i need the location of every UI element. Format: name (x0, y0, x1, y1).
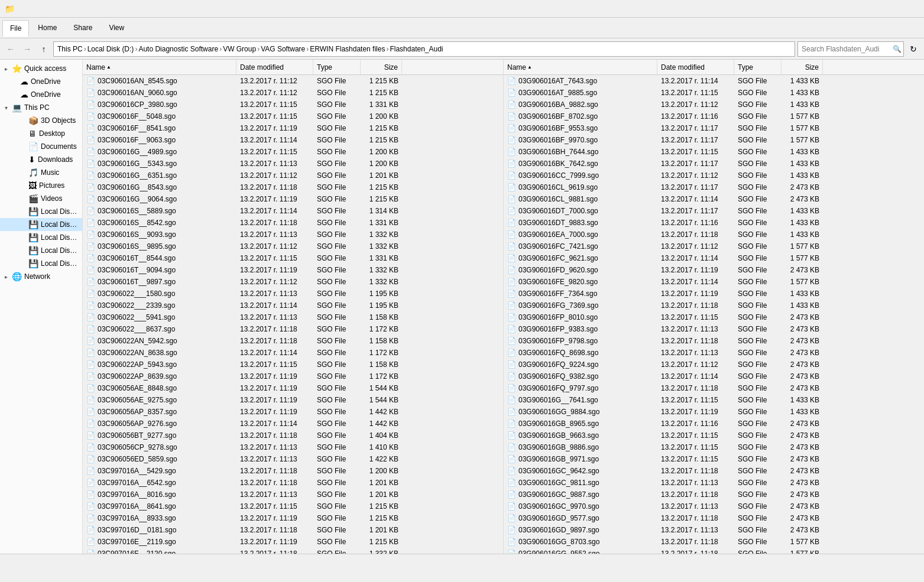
file-row[interactable]: 📄03G906016FQ_9382.sgo13.2.2017 r. 11:14S… (504, 370, 924, 382)
file-row[interactable]: 📄03G906016BH_7644.sgo13.2.2017 r. 11:15S… (504, 146, 924, 158)
file-row[interactable]: 📄03C906016G__9064.sgo13.2.2017 r. 11:19S… (83, 193, 503, 205)
file-row[interactable]: 📄03C997016F__2120.sgo13.2.2017 r. 11:18S… (83, 548, 503, 554)
search-input[interactable] (802, 45, 890, 53)
file-row[interactable]: 📄03G906016GC_9887.sgo13.2.2017 r. 11:18S… (504, 489, 924, 500)
file-row[interactable]: 📄03G906016GB_8965.sgo13.2.2017 r. 11:16S… (504, 418, 924, 430)
right-pane-col-type[interactable]: Type (734, 60, 782, 74)
file-row[interactable]: 📄03G906016DT_9883.sgo13.2.2017 r. 11:16S… (504, 217, 924, 229)
file-row[interactable]: 📄03G906016FG_7369.sgo13.2.2017 r. 11:18S… (504, 300, 924, 311)
file-row[interactable]: 📄03G906016GD_9897.sgo13.2.2017 r. 11:13S… (504, 524, 924, 536)
path-erwin[interactable]: ERWIN Flashdaten files (310, 45, 385, 53)
file-row[interactable]: 📄03G906016FP_9383.sgo13.2.2017 r. 11:13S… (504, 323, 924, 335)
right-pane-col-date-modified[interactable]: Date modified (657, 60, 734, 74)
file-row[interactable]: 📄03C906016G__8543.sgo13.2.2017 r. 11:18S… (83, 181, 503, 193)
file-row[interactable]: 📄03C906016AN_9060.sgo13.2.2017 r. 11:12S… (83, 87, 503, 99)
file-row[interactable]: 📄03C906022AP_8639.sgo13.2.2017 r. 11:19S… (83, 370, 503, 382)
file-row[interactable]: 📄03G906016BF_9970.sgo13.2.2017 r. 11:17S… (504, 134, 924, 146)
tab-file[interactable]: File (2, 20, 29, 37)
tab-home[interactable]: Home (30, 19, 64, 36)
file-row[interactable]: 📄03G906016GG_8703.sgo13.2.2017 r. 11:18S… (504, 536, 924, 548)
left-pane-col-size[interactable]: Size (361, 60, 402, 74)
file-row[interactable]: 📄03G906016BA_9882.sgo13.2.2017 r. 11:12S… (504, 99, 924, 110)
file-row[interactable]: 📄03C997016A__8933.sgo13.2.2017 r. 11:19S… (83, 512, 503, 524)
file-row[interactable]: 📄03C906022AN_5942.sgo13.2.2017 r. 11:18S… (83, 335, 503, 347)
file-row[interactable]: 📄03G906016DT_7000.sgo13.2.2017 r. 11:17S… (504, 205, 924, 217)
file-row[interactable]: 📄03G906016GB_9886.sgo13.2.2017 r. 11:15S… (504, 441, 924, 453)
file-row[interactable]: 📄03G906016FQ_8698.sgo13.2.2017 r. 11:13S… (504, 347, 924, 359)
file-row[interactable]: 📄03G906016FE_9820.sgo13.2.2017 r. 11:14S… (504, 276, 924, 288)
file-row[interactable]: 📄03G906016FC_9621.sgo13.2.2017 r. 11:14S… (504, 252, 924, 264)
sidebar-item-local-disk-e[interactable]: 💾Local Disk (E:) (0, 231, 82, 244)
file-row[interactable]: 📄03C906056AE_8848.sgo13.2.2017 r. 11:19S… (83, 382, 503, 394)
file-row[interactable]: 📄03C906056CP_9278.sgo13.2.2017 r. 11:13S… (83, 441, 503, 453)
file-row[interactable]: 📄03G906016G__7641.sgo13.2.2017 r. 11:15S… (504, 394, 924, 406)
sidebar-item-local-disk-c[interactable]: 💾Local Disk (C:) (0, 205, 82, 218)
sidebar-item-music[interactable]: 🎵Music (0, 166, 82, 179)
file-row[interactable]: 📄03C906016F__9063.sgo13.2.2017 r. 11:14S… (83, 134, 503, 146)
file-row[interactable]: 📄03C906016T__9897.sgo13.2.2017 r. 11:12S… (83, 276, 503, 288)
sidebar-item-downloads[interactable]: ⬇Downloads (0, 153, 82, 166)
file-row[interactable]: 📄03C906016S__9093.sgo13.2.2017 r. 11:13S… (83, 229, 503, 240)
file-row[interactable]: 📄03C906016S__5889.sgo13.2.2017 r. 11:14S… (83, 205, 503, 217)
path-this-pc[interactable]: This PC (57, 45, 83, 53)
file-row[interactable]: 📄03C906016T__8544.sgo13.2.2017 r. 11:15S… (83, 252, 503, 264)
tab-view[interactable]: View (101, 19, 132, 36)
sidebar-item-onedrive1[interactable]: ☁OneDrive (0, 75, 82, 88)
refresh-button[interactable]: ↻ (906, 42, 920, 56)
left-pane-col-type[interactable]: Type (313, 60, 361, 74)
path-vwgroup[interactable]: VW Group (223, 45, 256, 53)
file-row[interactable]: 📄03C906016F__8541.sgo13.2.2017 r. 11:19S… (83, 122, 503, 134)
file-row[interactable]: 📄03C906016T__9094.sgo13.2.2017 r. 11:19S… (83, 264, 503, 276)
tab-share[interactable]: Share (66, 19, 100, 36)
file-row[interactable]: 📄03G906016EA_7000.sgo13.2.2017 r. 11:18S… (504, 229, 924, 240)
file-row[interactable]: 📄03G906016GB_9663.sgo13.2.2017 r. 11:15S… (504, 430, 924, 441)
file-row[interactable]: 📄03C997016E__2119.sgo13.2.2017 r. 11:19S… (83, 536, 503, 548)
file-row[interactable]: 📄03C997016A__5429.sgo13.2.2017 r. 11:18S… (83, 465, 503, 477)
up-button[interactable]: ↑ (37, 42, 51, 56)
file-row[interactable]: 📄03C906022AN_8638.sgo13.2.2017 r. 11:14S… (83, 347, 503, 359)
sidebar-item-onedrive2[interactable]: ☁OneDrive (0, 88, 82, 101)
file-row[interactable]: 📄03C906016S__8542.sgo13.2.2017 r. 11:18S… (83, 217, 503, 229)
sidebar-item-local-disk-d[interactable]: 💾Local Disk (D:) (0, 218, 82, 231)
sidebar-item-quick-access[interactable]: ▸⭐Quick access (0, 62, 82, 75)
file-row[interactable]: 📄03G906016BK_7642.sgo13.2.2017 r. 11:17S… (504, 158, 924, 170)
search-box[interactable]: 🔍 (797, 41, 904, 57)
file-row[interactable]: 📄03C906056AP_8357.sgo13.2.2017 r. 11:19S… (83, 406, 503, 418)
file-row[interactable]: 📄03C906022___2339.sgo13.2.2017 r. 11:14S… (83, 300, 503, 311)
file-row[interactable]: 📄03C906016G__6351.sgo13.2.2017 r. 11:12S… (83, 170, 503, 181)
file-row[interactable]: 📄03G906016AT_9885.sgo13.2.2017 r. 11:15S… (504, 87, 924, 99)
file-row[interactable]: 📄03G906016GG_9884.sgo13.2.2017 r. 11:19S… (504, 406, 924, 418)
maximize-button[interactable] (864, 0, 891, 18)
file-row[interactable]: 📄03C906056ED_5859.sgo13.2.2017 r. 11:13S… (83, 453, 503, 465)
sidebar-item-this-pc[interactable]: ▾💻This PC (0, 101, 82, 114)
file-row[interactable]: 📄03G906016CL_9881.sgo13.2.2017 r. 11:14S… (504, 193, 924, 205)
file-row[interactable]: 📄03C906016AN_8545.sgo13.2.2017 r. 11:12S… (83, 75, 503, 87)
file-row[interactable]: 📄03G906016FF_7364.sgo13.2.2017 r. 11:19S… (504, 288, 924, 300)
file-row[interactable]: 📄03G906016GG_9552.sgo13.2.2017 r. 11:18S… (504, 548, 924, 554)
sidebar-item-videos[interactable]: 🎬Videos (0, 192, 82, 205)
file-row[interactable]: 📄03G906016BF_9553.sgo13.2.2017 r. 11:17S… (504, 122, 924, 134)
file-row[interactable]: 📄03C906022___8637.sgo13.2.2017 r. 11:18S… (83, 323, 503, 335)
sidebar-item-documents[interactable]: 📄Documents (0, 140, 82, 153)
path-vagsoftware[interactable]: VAG Software (261, 45, 305, 53)
file-row[interactable]: 📄03C906016G__4989.sgo13.2.2017 r. 11:15S… (83, 146, 503, 158)
file-row[interactable]: 📄03G906016FP_8010.sgo13.2.2017 r. 11:15S… (504, 311, 924, 323)
path-autodiag[interactable]: Auto Diagnostic Software (138, 45, 218, 53)
file-row[interactable]: 📄03C906056BT_9277.sgo13.2.2017 r. 11:18S… (83, 430, 503, 441)
file-row[interactable]: 📄03G906016AT_7643.sgo13.2.2017 r. 11:14S… (504, 75, 924, 87)
path-local-disk[interactable]: Local Disk (D:) (87, 45, 134, 53)
file-row[interactable]: 📄03G906016GC_9811.sgo13.2.2017 r. 11:13S… (504, 477, 924, 489)
file-row[interactable]: 📄03G906016CC_7999.sgo13.2.2017 r. 11:12S… (504, 170, 924, 181)
back-button[interactable]: ← (4, 42, 18, 56)
file-row[interactable]: 📄03G906016GC_9970.sgo13.2.2017 r. 11:13S… (504, 500, 924, 512)
file-row[interactable]: 📄03G906016GC_9642.sgo13.2.2017 r. 11:18S… (504, 465, 924, 477)
file-row[interactable]: 📄03C906016G__5343.sgo13.2.2017 r. 11:13S… (83, 158, 503, 170)
file-row[interactable]: 📄03G906016FD_9620.sgo13.2.2017 r. 11:19S… (504, 264, 924, 276)
sidebar-item-desktop[interactable]: 🖥Desktop (0, 127, 82, 140)
file-row[interactable]: 📄03C997016D__0181.sgo13.2.2017 r. 11:18S… (83, 524, 503, 536)
sidebar-item-local-disk-h[interactable]: 💾Local Disk (H:) (0, 257, 82, 270)
minimize-button[interactable] (835, 0, 863, 18)
right-pane-col-name[interactable]: Name ▲ (504, 60, 657, 74)
file-row[interactable]: 📄03G906016CL_9619.sgo13.2.2017 r. 11:17S… (504, 181, 924, 193)
file-row[interactable]: 📄03G906016GD_9577.sgo13.2.2017 r. 11:18S… (504, 512, 924, 524)
